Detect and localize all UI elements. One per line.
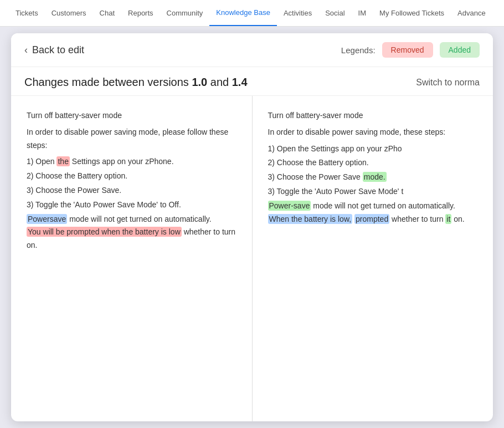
left-step-3: 3) Choose the Power Save. [27,184,236,197]
legends-label: Legends: [341,45,376,55]
right-step-2: 2) Choose the Battery option. [268,156,478,170]
main-window: ‹ Back to edit Legends: Removed Added Ch… [11,33,493,421]
legend-added-badge: Added [440,42,480,58]
switch-mode-label[interactable]: Switch to norma [416,78,480,88]
left-footer-after: mode will not get turned on automaticall… [67,215,211,223]
nav-im[interactable]: IM [352,0,373,26]
diff-panels: Turn off battery-saver mode In order to … [11,96,493,421]
nav-customers[interactable]: Customers [45,0,93,26]
left-step-4: 3) Toggle the 'Auto Power Save Mode' to … [27,198,236,212]
nav-reports[interactable]: Reports [121,0,160,26]
window-header: ‹ Back to edit Legends: Removed Added [11,33,493,67]
nav-tickets[interactable]: Tickets [9,0,45,26]
highlight-it: it [445,214,451,224]
panel-old: Turn off battery-saver mode In order to … [11,96,253,421]
version-to: 1.4 [232,76,248,88]
right-heading: Turn off battery-saver mode [268,109,478,123]
right-step-4: 3) Toggle the 'Auto Power Save Mode' t [268,185,478,198]
right-footer-after: mode will not get turned on automaticall… [311,201,455,210]
legends-area: Legends: Removed Added [341,42,480,58]
version-title: Changes made between versions 1.0 and 1.… [24,76,248,89]
panel-new: Turn off battery-saver mode In order to … [253,96,493,421]
back-to-edit-link[interactable]: ‹ Back to edit [24,44,84,56]
version-from: 1.0 [192,76,207,88]
nav-knowledge-base[interactable]: Knowledge Base [209,0,277,26]
nav-community[interactable]: Community [160,0,210,26]
nav-chat[interactable]: Chat [93,0,121,26]
legend-removed-badge: Removed [382,42,433,58]
version-title-mid: and [207,76,232,88]
nav-social[interactable]: Social [318,0,351,26]
back-to-edit-label: Back to edit [32,44,84,56]
nav-activities[interactable]: Activities [277,0,318,26]
highlight-prompted: prompted [354,214,389,224]
right-footer: Power-save mode will not get turned on a… [268,200,478,226]
right-footer-mid: whether to turn [389,215,445,223]
left-step-1: 1) Open the Settings app on your zPhone. [27,155,236,169]
nav-advance[interactable]: Advance [451,0,492,26]
right-intro: In order to disable power saving mode, t… [268,126,478,139]
right-footer-end: on. [451,215,464,223]
highlight-prompted-sentence: You will be prompted when the battery is… [27,227,182,237]
right-step-1: 1) Open the Settings app on your zPho [268,142,478,156]
left-step-2: 2) Choose the Battery option. [27,170,236,183]
highlight-powersave: Powersave [27,214,67,224]
highlight-power-save: Power-save [268,201,311,211]
highlight-mode: mode. [363,172,387,182]
top-nav: Tickets Customers Chat Reports Community… [0,0,504,27]
back-arrow-icon: ‹ [24,44,28,56]
left-intro: In order to disable power saving mode, p… [27,126,236,152]
highlight-when-battery: When the battery is low, [268,214,353,224]
right-step-3: 3) Choose the Power Save mode. [268,171,478,184]
left-footer: Powersave mode will not get turned on au… [27,213,236,252]
highlight-the: the [56,156,69,166]
version-bar: Changes made between versions 1.0 and 1.… [11,67,493,96]
left-heading: Turn off battery-saver mode [27,109,236,123]
nav-followed-tickets[interactable]: My Followed Tickets [373,0,451,26]
version-title-prefix: Changes made between versions [24,76,192,88]
